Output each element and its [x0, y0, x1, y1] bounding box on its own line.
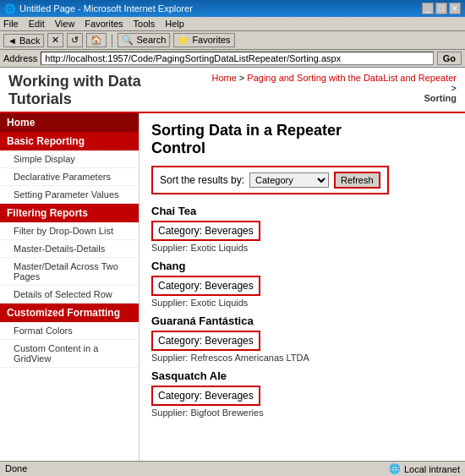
- page-header: Working with Data Tutorials Home > Pagin…: [0, 68, 465, 113]
- sidebar-item-simple-display[interactable]: Simple Display: [0, 150, 139, 168]
- product-supplier-3: Supplier: Bigfoot Breweries: [151, 408, 453, 418]
- sidebar-item-filter-dropdown[interactable]: Filter by Drop-Down List: [0, 222, 139, 240]
- back-button[interactable]: ◄ Back: [3, 34, 44, 47]
- home-button[interactable]: 🏠: [86, 33, 107, 47]
- product-category-2: Category: Beverages: [151, 331, 260, 351]
- window-title: Untitled Page - Microsoft Internet Explo…: [19, 3, 193, 14]
- product-supplier-0: Supplier: Exotic Liquids: [151, 243, 453, 253]
- breadcrumb-home[interactable]: Home: [211, 73, 236, 83]
- address-input[interactable]: [41, 52, 433, 65]
- list-item: Chang Category: Beverages Supplier: Exot…: [151, 260, 453, 308]
- menu-favorites[interactable]: Favorites: [85, 19, 123, 29]
- go-button[interactable]: Go: [437, 52, 462, 65]
- zone-icon: 🌐: [389, 463, 401, 474]
- product-name-1: Chang: [151, 260, 453, 272]
- menu-view[interactable]: View: [55, 19, 75, 29]
- sidebar-section-customized-formatting: Customized Formatting: [0, 304, 139, 322]
- status-text: Done: [5, 463, 27, 474]
- product-category-1: Category: Beverages: [151, 276, 260, 296]
- product-category-3: Category: Beverages: [151, 386, 260, 406]
- address-label: Address: [3, 53, 37, 63]
- status-right: 🌐 Local intranet: [389, 463, 460, 474]
- product-supplier-1: Supplier: Exotic Liquids: [151, 298, 453, 308]
- toolbar: ◄ Back ✕ ↺ 🏠 🔍 Search ⭐ Favorites: [0, 31, 465, 50]
- list-item: Sasquatch Ale Category: Beverages Suppli…: [151, 369, 453, 418]
- menu-edit[interactable]: Edit: [29, 19, 45, 29]
- product-category-0: Category: Beverages: [151, 221, 260, 241]
- refresh-toolbar-button[interactable]: ↺: [67, 33, 83, 47]
- menu-tools[interactable]: Tools: [134, 19, 156, 29]
- search-button[interactable]: 🔍 Search: [118, 33, 170, 47]
- main-content: Working with Data Tutorials Home > Pagin…: [0, 68, 465, 469]
- sidebar-item-master-detail-two-pages[interactable]: Master/Detail Across Two Pages: [0, 258, 139, 286]
- sidebar-section-filtering-reports: Filtering Reports: [0, 204, 139, 222]
- breadcrumb: Home > Paging and Sorting with the DataL…: [206, 73, 457, 103]
- menu-bar: File Edit View Favorites Tools Help: [0, 17, 465, 31]
- sidebar-item-setting-parameter-values[interactable]: Setting Parameter Values: [0, 186, 139, 204]
- list-item: Guaraná Fantástica Category: Beverages S…: [151, 315, 453, 363]
- maximize-button[interactable]: □: [435, 3, 447, 14]
- product-name-3: Sasquatch Ale: [151, 369, 453, 382]
- page-title: Sorting Data in a Repeater Control: [151, 122, 453, 157]
- sort-select[interactable]: CategoryProductNameSupplierIDUnitPrice: [249, 172, 329, 188]
- products-list: Chai Tea Category: Beverages Supplier: E…: [151, 205, 453, 418]
- page-content: Sorting Data in a Repeater Control Sort …: [140, 113, 465, 469]
- product-name-2: Guaraná Fantástica: [151, 315, 453, 327]
- sidebar-item-format-colors[interactable]: Format Colors: [0, 322, 139, 340]
- browser-icon: 🌐: [4, 3, 16, 14]
- favorites-button[interactable]: ⭐ Favorites: [173, 33, 234, 47]
- zone-text: Local intranet: [404, 464, 460, 474]
- title-bar: 🌐 Untitled Page - Microsoft Internet Exp…: [0, 0, 465, 17]
- close-button[interactable]: ✕: [449, 3, 461, 14]
- refresh-button[interactable]: Refresh: [334, 172, 380, 189]
- minimize-button[interactable]: _: [422, 3, 434, 14]
- sidebar-item-master-details[interactable]: Master-Details-Details: [0, 240, 139, 258]
- sort-control: Sort the results by: CategoryProductName…: [151, 166, 389, 194]
- menu-help[interactable]: Help: [165, 19, 184, 29]
- product-supplier-2: Supplier: Refrescos Americanas LTDA: [151, 353, 453, 363]
- content-row: Home Basic Reporting Simple Display Decl…: [0, 113, 465, 469]
- sort-label: Sort the results by:: [160, 174, 244, 186]
- breadcrumb-current: Sorting: [424, 93, 457, 103]
- status-bar: Done 🌐 Local intranet: [0, 461, 465, 476]
- list-item: Chai Tea Category: Beverages Supplier: E…: [151, 205, 453, 253]
- sidebar-item-custom-content-gridview[interactable]: Custom Content in a GridView: [0, 340, 139, 368]
- menu-file[interactable]: File: [3, 19, 19, 29]
- sidebar-section-basic-reporting: Basic Reporting: [0, 132, 139, 150]
- stop-button[interactable]: ✕: [47, 33, 63, 47]
- sidebar: Home Basic Reporting Simple Display Decl…: [0, 113, 140, 469]
- address-bar: Address Go: [0, 50, 465, 68]
- product-name-0: Chai Tea: [151, 205, 453, 217]
- toolbar-separator: [112, 34, 112, 47]
- sidebar-item-declarative-parameters[interactable]: Declarative Parameters: [0, 168, 139, 186]
- breadcrumb-parent[interactable]: Paging and Sorting with the DataList and…: [247, 73, 457, 83]
- site-title: Working with Data Tutorials: [8, 73, 206, 108]
- sidebar-item-details-selected-row[interactable]: Details of Selected Row: [0, 286, 139, 304]
- sidebar-section-home[interactable]: Home: [0, 113, 139, 132]
